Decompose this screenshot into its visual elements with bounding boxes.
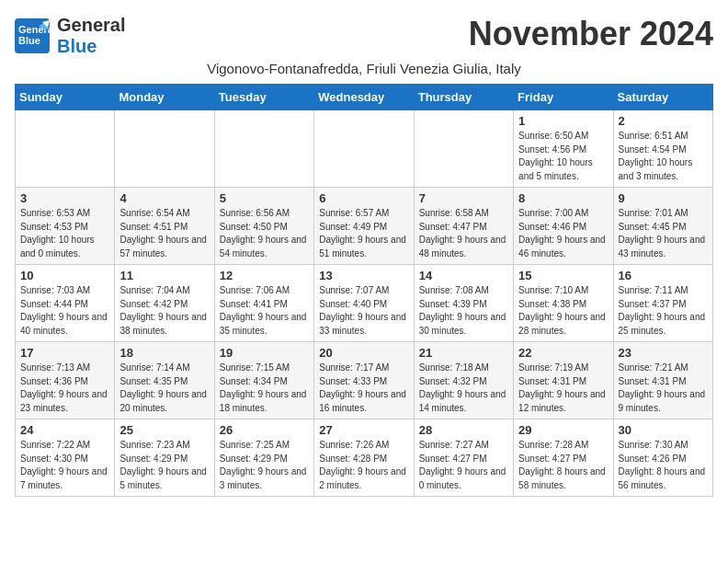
day-info: Sunrise: 7:01 AM Sunset: 4:45 PM Dayligh… <box>619 207 708 260</box>
calendar-cell: 26Sunrise: 7:25 AM Sunset: 4:29 PM Dayli… <box>214 419 313 497</box>
day-info: Sunrise: 7:11 AM Sunset: 4:37 PM Dayligh… <box>619 284 708 338</box>
calendar-cell <box>414 110 513 188</box>
calendar-cell: 24Sunrise: 7:22 AM Sunset: 4:30 PM Dayli… <box>16 419 115 497</box>
calendar-cell: 10Sunrise: 7:03 AM Sunset: 4:44 PM Dayli… <box>16 265 115 342</box>
day-number: 13 <box>319 269 408 282</box>
day-info: Sunrise: 7:30 AM Sunset: 4:26 PM Dayligh… <box>619 439 708 492</box>
day-info: Sunrise: 7:10 AM Sunset: 4:38 PM Dayligh… <box>518 284 608 338</box>
page-header: General Blue General Blue November 2024 <box>15 15 713 57</box>
calendar-cell: 28Sunrise: 7:27 AM Sunset: 4:27 PM Dayli… <box>414 419 513 497</box>
calendar-cell: 11Sunrise: 7:04 AM Sunset: 4:42 PM Dayli… <box>115 265 214 342</box>
day-number: 14 <box>419 269 508 282</box>
day-info: Sunrise: 7:15 AM Sunset: 4:34 PM Dayligh… <box>220 362 309 415</box>
day-info: Sunrise: 6:51 AM Sunset: 4:54 PM Dayligh… <box>619 130 708 183</box>
day-info: Sunrise: 6:54 AM Sunset: 4:51 PM Dayligh… <box>119 207 209 260</box>
day-info: Sunrise: 7:03 AM Sunset: 4:44 PM Dayligh… <box>20 284 109 338</box>
day-number: 17 <box>20 346 109 360</box>
day-info: Sunrise: 7:17 AM Sunset: 4:33 PM Dayligh… <box>319 362 408 415</box>
calendar-cell: 16Sunrise: 7:11 AM Sunset: 4:37 PM Dayli… <box>613 265 712 342</box>
weekday-header-monday: Monday <box>115 85 214 110</box>
day-info: Sunrise: 7:14 AM Sunset: 4:35 PM Dayligh… <box>119 362 209 415</box>
calendar-cell <box>16 110 115 188</box>
weekday-header-friday: Friday <box>514 85 613 110</box>
day-number: 19 <box>220 346 309 360</box>
logo-blue: Blue <box>57 36 97 56</box>
logo-icon: General Blue <box>15 18 50 53</box>
day-number: 10 <box>20 269 109 282</box>
day-number: 28 <box>419 423 508 437</box>
day-number: 4 <box>119 191 209 205</box>
calendar-cell: 19Sunrise: 7:15 AM Sunset: 4:34 PM Dayli… <box>214 342 313 419</box>
day-info: Sunrise: 7:26 AM Sunset: 4:28 PM Dayligh… <box>319 439 408 492</box>
day-number: 3 <box>20 191 109 205</box>
day-number: 20 <box>319 346 408 360</box>
calendar-cell: 6Sunrise: 6:57 AM Sunset: 4:49 PM Daylig… <box>314 188 414 265</box>
day-info: Sunrise: 7:06 AM Sunset: 4:41 PM Dayligh… <box>220 284 309 338</box>
calendar-cell: 17Sunrise: 7:13 AM Sunset: 4:36 PM Dayli… <box>16 342 115 419</box>
calendar-cell: 8Sunrise: 7:00 AM Sunset: 4:46 PM Daylig… <box>514 188 613 265</box>
calendar-cell: 13Sunrise: 7:07 AM Sunset: 4:40 PM Dayli… <box>314 265 414 342</box>
day-number: 25 <box>119 423 209 437</box>
day-info: Sunrise: 7:21 AM Sunset: 4:31 PM Dayligh… <box>619 362 708 415</box>
weekday-header-tuesday: Tuesday <box>214 85 313 110</box>
calendar-cell: 23Sunrise: 7:21 AM Sunset: 4:31 PM Dayli… <box>613 342 712 419</box>
calendar-cell: 14Sunrise: 7:08 AM Sunset: 4:39 PM Dayli… <box>414 265 513 342</box>
day-number: 16 <box>619 269 708 282</box>
day-number: 27 <box>319 423 408 437</box>
day-info: Sunrise: 7:27 AM Sunset: 4:27 PM Dayligh… <box>419 439 508 492</box>
day-number: 24 <box>20 423 109 437</box>
day-info: Sunrise: 6:53 AM Sunset: 4:53 PM Dayligh… <box>20 207 109 260</box>
logo-general: General <box>57 15 125 35</box>
calendar-cell: 22Sunrise: 7:19 AM Sunset: 4:31 PM Dayli… <box>514 342 613 419</box>
calendar-cell: 20Sunrise: 7:17 AM Sunset: 4:33 PM Dayli… <box>314 342 414 419</box>
day-number: 29 <box>518 423 608 437</box>
calendar-cell: 1Sunrise: 6:50 AM Sunset: 4:56 PM Daylig… <box>514 110 613 188</box>
day-number: 2 <box>619 114 708 128</box>
calendar-cell: 21Sunrise: 7:18 AM Sunset: 4:32 PM Dayli… <box>414 342 513 419</box>
day-info: Sunrise: 6:56 AM Sunset: 4:50 PM Dayligh… <box>220 207 309 260</box>
day-info: Sunrise: 7:19 AM Sunset: 4:31 PM Dayligh… <box>518 362 608 415</box>
day-number: 6 <box>319 191 408 205</box>
day-info: Sunrise: 7:07 AM Sunset: 4:40 PM Dayligh… <box>319 284 408 338</box>
calendar-cell <box>214 110 313 188</box>
day-number: 22 <box>518 346 608 360</box>
day-number: 30 <box>619 423 708 437</box>
day-info: Sunrise: 7:08 AM Sunset: 4:39 PM Dayligh… <box>419 284 508 338</box>
day-info: Sunrise: 7:23 AM Sunset: 4:29 PM Dayligh… <box>119 439 209 492</box>
calendar-cell: 3Sunrise: 6:53 AM Sunset: 4:53 PM Daylig… <box>16 188 115 265</box>
day-info: Sunrise: 7:13 AM Sunset: 4:36 PM Dayligh… <box>20 362 109 415</box>
day-number: 8 <box>518 191 608 205</box>
weekday-header-sunday: Sunday <box>16 85 115 110</box>
day-info: Sunrise: 7:04 AM Sunset: 4:42 PM Dayligh… <box>119 284 209 338</box>
day-number: 12 <box>220 269 309 282</box>
calendar-cell: 15Sunrise: 7:10 AM Sunset: 4:38 PM Dayli… <box>514 265 613 342</box>
day-number: 18 <box>119 346 209 360</box>
day-info: Sunrise: 7:25 AM Sunset: 4:29 PM Dayligh… <box>220 439 309 492</box>
day-number: 5 <box>220 191 309 205</box>
location-title: Vigonovo-Fontanafredda, Friuli Venezia G… <box>15 61 713 76</box>
month-title: November 2024 <box>469 15 713 53</box>
calendar-cell: 27Sunrise: 7:26 AM Sunset: 4:28 PM Dayli… <box>314 419 414 497</box>
day-number: 9 <box>619 191 708 205</box>
calendar-cell: 7Sunrise: 6:58 AM Sunset: 4:47 PM Daylig… <box>414 188 513 265</box>
day-number: 11 <box>119 269 209 282</box>
calendar-cell: 4Sunrise: 6:54 AM Sunset: 4:51 PM Daylig… <box>115 188 214 265</box>
day-info: Sunrise: 7:28 AM Sunset: 4:27 PM Dayligh… <box>518 439 608 492</box>
calendar-cell <box>115 110 214 188</box>
calendar-cell <box>314 110 414 188</box>
day-number: 15 <box>518 269 608 282</box>
weekday-header-wednesday: Wednesday <box>314 85 414 110</box>
day-info: Sunrise: 7:00 AM Sunset: 4:46 PM Dayligh… <box>518 207 608 260</box>
day-number: 1 <box>518 114 608 128</box>
day-number: 26 <box>220 423 309 437</box>
day-number: 21 <box>419 346 508 360</box>
calendar-cell: 18Sunrise: 7:14 AM Sunset: 4:35 PM Dayli… <box>115 342 214 419</box>
day-number: 23 <box>619 346 708 360</box>
calendar-table: SundayMondayTuesdayWednesdayThursdayFrid… <box>15 84 713 497</box>
day-info: Sunrise: 7:22 AM Sunset: 4:30 PM Dayligh… <box>20 439 109 492</box>
svg-text:Blue: Blue <box>18 35 40 46</box>
calendar-cell: 30Sunrise: 7:30 AM Sunset: 4:26 PM Dayli… <box>613 419 712 497</box>
day-info: Sunrise: 6:58 AM Sunset: 4:47 PM Dayligh… <box>419 207 508 260</box>
logo: General Blue General Blue <box>15 15 125 57</box>
calendar-cell: 2Sunrise: 6:51 AM Sunset: 4:54 PM Daylig… <box>613 110 712 188</box>
